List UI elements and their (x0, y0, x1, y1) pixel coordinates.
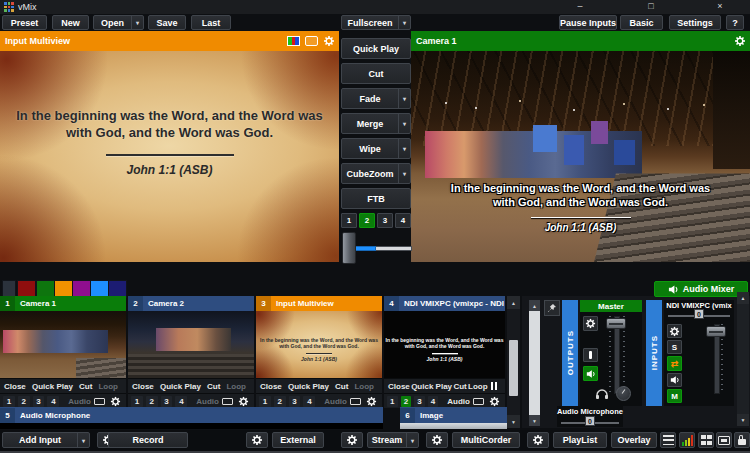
input-header[interactable]: 1 Camera 1 (0, 296, 126, 311)
gear-icon[interactable] (366, 396, 377, 407)
cut-button[interactable]: Cut (207, 382, 220, 391)
input-thumbnail[interactable] (0, 423, 383, 429)
pin-button[interactable] (544, 300, 560, 316)
chevron-down-icon[interactable]: ▾ (406, 433, 418, 447)
scroll-down-icon[interactable]: ▼ (737, 414, 749, 426)
overlay-4-button[interactable]: 4 (47, 396, 59, 407)
master-mute-button[interactable] (583, 366, 598, 381)
close-button[interactable]: Close (132, 382, 154, 391)
overlay-1-button[interactable]: 1 (387, 396, 398, 407)
overlay-3-button[interactable]: 3 (289, 396, 301, 407)
help-button[interactable]: ? (726, 15, 744, 30)
lock-button[interactable] (734, 432, 750, 448)
ndi-mute-button[interactable] (667, 373, 682, 387)
quick-play-button[interactable]: Quick Play (341, 38, 411, 59)
ndi-settings-button[interactable] (667, 324, 682, 338)
multiview-monitor-icon[interactable] (305, 36, 318, 46)
auto-mix-button[interactable]: ⇄ (667, 356, 682, 371)
stream-settings-button[interactable] (426, 432, 448, 448)
overlay-1-button[interactable]: 1 (131, 396, 143, 407)
input-header[interactable]: 3 Input Multiview (256, 296, 382, 311)
overlay-2-button[interactable]: 2 (359, 213, 375, 228)
mixer-scrollbar-left[interactable]: ▲ ▼ (529, 300, 540, 426)
merge-button[interactable]: Merge ▾ (341, 113, 411, 134)
multicorder-button[interactable]: MultiCorder (452, 432, 520, 448)
quick-play-button[interactable]: Quick Play (288, 382, 329, 391)
wipe-button[interactable]: Wipe ▾ (341, 138, 411, 159)
input-header[interactable]: 6 Image (400, 407, 507, 423)
master-assign-button[interactable]: M (667, 389, 682, 403)
close-button[interactable]: Close (4, 382, 26, 391)
scroll-up-icon[interactable]: ▲ (507, 296, 520, 309)
overlay-button[interactable]: Overlay (611, 432, 657, 448)
loop-button[interactable]: Loop (98, 382, 118, 391)
audio-button[interactable]: Audio (447, 397, 470, 406)
menu-button[interactable] (660, 432, 676, 448)
fade-button[interactable]: Fade ▾ (341, 88, 411, 109)
mixer-scrollbar-right[interactable]: ▲ ▼ (737, 292, 749, 426)
overlay-4-button[interactable]: 4 (395, 213, 411, 228)
chevron-down-icon[interactable]: ▾ (398, 89, 410, 108)
maximize-button[interactable]: □ (641, 0, 661, 14)
master-bus-button[interactable] (583, 348, 598, 362)
minimize-button[interactable]: – (570, 0, 590, 14)
cut-button[interactable]: Cut (341, 63, 411, 84)
fullscreen-button[interactable]: Fullscreen ▾ (341, 15, 411, 30)
chevron-down-icon[interactable]: ▾ (398, 16, 410, 29)
color-bars-icon[interactable] (287, 36, 300, 46)
chevron-down-icon[interactable]: ▾ (131, 16, 143, 29)
last-button[interactable]: Last (191, 15, 231, 30)
chevron-down-icon[interactable]: ▾ (398, 139, 410, 158)
overlay-2-button[interactable]: 2 (274, 396, 286, 407)
audio-button[interactable]: Audio (196, 397, 219, 406)
gear-icon[interactable] (238, 396, 249, 407)
loop-button[interactable]: Loop (354, 382, 374, 391)
inputs-scrollbar[interactable]: ▲ ▼ (507, 296, 520, 428)
input-thumbnail[interactable] (128, 311, 254, 378)
playlist-button[interactable]: PlayList (553, 432, 607, 448)
overlay-1-button[interactable]: 1 (3, 396, 15, 407)
open-button[interactable]: Open ▾ (93, 15, 144, 30)
input-thumbnail[interactable]: In the beginning was the Word, and the W… (256, 311, 382, 378)
settings-button[interactable]: Settings (669, 15, 721, 30)
record-button[interactable]: Record (108, 432, 188, 448)
transition-tbar-handle[interactable] (342, 232, 356, 264)
overlay-3-button[interactable]: 3 (377, 213, 393, 228)
chevron-down-icon[interactable]: ▾ (398, 114, 410, 133)
input-thumbnail[interactable] (400, 423, 507, 429)
overlay-1-button[interactable]: 1 (259, 396, 271, 407)
record-settings-button[interactable] (246, 432, 268, 448)
ndi-fader-handle[interactable] (706, 326, 726, 337)
quick-play-button[interactable]: Quick Play (160, 382, 201, 391)
cut-button[interactable]: Cut (79, 382, 92, 391)
pause-icon[interactable] (491, 382, 493, 390)
close-button[interactable]: Close (260, 382, 282, 391)
preview-scene[interactable]: In the beginning was the Word, and the W… (0, 51, 339, 262)
loop-button[interactable]: Loop (468, 382, 488, 391)
close-button[interactable]: Close (388, 382, 410, 391)
monitor-icon[interactable] (94, 398, 105, 405)
headphones-icon[interactable] (595, 388, 609, 400)
balance-slider-handle[interactable]: 0 (694, 309, 704, 319)
overlay-2-button[interactable]: 2 (18, 396, 30, 407)
chevron-down-icon[interactable]: ▾ (398, 164, 410, 183)
cut-button[interactable]: Cut (453, 382, 466, 391)
scrollbar-thumb[interactable] (509, 340, 518, 396)
headphone-volume-knob[interactable] (616, 386, 631, 401)
scroll-down-icon[interactable]: ▼ (529, 415, 540, 426)
overlay-2-button[interactable]: 2 (401, 396, 412, 407)
monitor-icon[interactable] (473, 398, 484, 405)
solo-button[interactable]: S (667, 340, 682, 354)
pause-inputs-button[interactable]: Pause Inputs (559, 15, 617, 30)
overlay-4-button[interactable]: 4 (303, 396, 315, 407)
audio-button[interactable]: Audio (68, 397, 91, 406)
stream-button[interactable]: Stream ▾ (367, 432, 419, 448)
chevron-down-icon[interactable]: ▾ (77, 433, 89, 447)
monitor-icon[interactable] (222, 398, 233, 405)
ftb-button[interactable]: FTB (341, 188, 411, 209)
overlay-3-button[interactable]: 3 (414, 396, 425, 407)
quick-play-button[interactable]: Quick Play (411, 382, 452, 391)
scroll-up-icon[interactable]: ▲ (737, 292, 749, 304)
loop-button[interactable]: Loop (226, 382, 246, 391)
input-thumbnail[interactable] (0, 311, 126, 378)
